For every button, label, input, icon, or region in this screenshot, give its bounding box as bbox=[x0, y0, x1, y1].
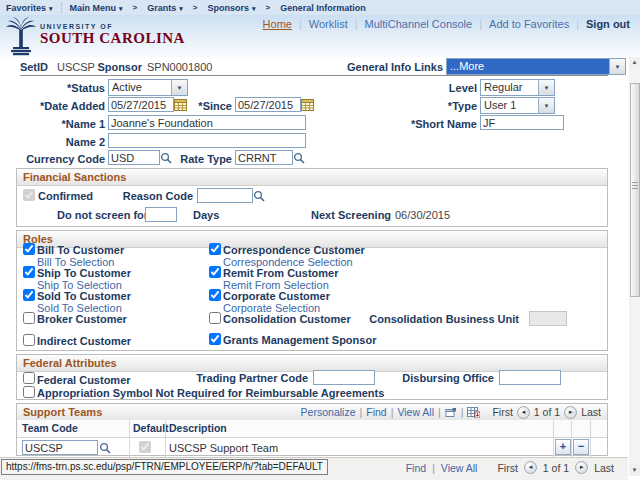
appropriation-symbol-label: Appropriation Symbol Not Required for Re… bbox=[37, 387, 384, 399]
dropdown-arrow-icon[interactable]: ▼ bbox=[609, 59, 625, 74]
appropriation-symbol-checkbox[interactable] bbox=[23, 386, 35, 398]
add-row-button[interactable]: + bbox=[555, 439, 571, 455]
home-link[interactable]: Home bbox=[263, 18, 292, 30]
default-checkbox[interactable] bbox=[139, 441, 151, 453]
disbursing-office-input[interactable] bbox=[499, 370, 561, 385]
team-code-input[interactable] bbox=[22, 440, 98, 455]
ship-to-customer-checkbox[interactable] bbox=[23, 266, 35, 278]
footer-pager-last: Last bbox=[594, 462, 614, 474]
federal-customer-checkbox[interactable] bbox=[23, 372, 35, 384]
find-link[interactable]: Find bbox=[366, 406, 386, 418]
footer-pager-first: First bbox=[497, 462, 517, 474]
pager-last-label: Last bbox=[581, 406, 601, 418]
remit-from-customer-checkbox[interactable] bbox=[209, 266, 221, 278]
grants-management-sponsor-checkbox[interactable] bbox=[209, 333, 221, 345]
consolidation-business-unit-label: Consolidation Business Unit bbox=[347, 313, 519, 325]
corporate-customer-checkbox[interactable] bbox=[209, 289, 221, 301]
consolidation-customer-checkbox[interactable] bbox=[209, 312, 221, 324]
lookup-icon[interactable] bbox=[99, 442, 111, 454]
pager-prev-button[interactable]: ◄ bbox=[517, 406, 530, 419]
download-grid-icon[interactable] bbox=[467, 406, 480, 418]
footer-find-link[interactable]: Find bbox=[406, 462, 426, 474]
lookup-icon[interactable] bbox=[293, 152, 305, 164]
worklist-link[interactable]: Worklist bbox=[309, 18, 348, 30]
consolidation-business-unit-input[interactable] bbox=[529, 311, 567, 326]
type-select[interactable]: User 1 ▼ bbox=[480, 97, 555, 114]
correspondence-customer-checkbox[interactable] bbox=[209, 243, 221, 255]
breadcrumb: Favorites▾ Main Menu▾ > Grants▾ > Sponso… bbox=[0, 0, 640, 16]
grid-divider bbox=[571, 420, 572, 457]
sign-out-button[interactable]: Sign out bbox=[586, 18, 630, 30]
scroll-down-icon[interactable]: ▼ bbox=[629, 465, 640, 476]
role-label: Ship To Customer bbox=[37, 267, 131, 279]
footer-pager-next-button[interactable]: ► bbox=[575, 461, 588, 474]
type-label: *Type bbox=[380, 100, 477, 112]
sold-to-customer-checkbox[interactable] bbox=[23, 289, 35, 301]
view-all-link[interactable]: View All bbox=[397, 406, 434, 418]
chevron-down-icon: ▾ bbox=[252, 5, 256, 12]
status-value: Active bbox=[109, 80, 171, 95]
currency-code-input[interactable] bbox=[108, 150, 160, 165]
name1-input[interactable] bbox=[108, 115, 306, 130]
breadcrumb-separator: > bbox=[189, 3, 202, 12]
breadcrumb-general-information[interactable]: General Information bbox=[274, 3, 372, 13]
header-links: Home | Worklist | MultiChannel Console |… bbox=[263, 18, 630, 30]
browser-status-url: https://fms-trn.ps.sc.edu/psp/FTRN/EMPLO… bbox=[1, 459, 328, 475]
indirect-customer-checkbox[interactable] bbox=[23, 334, 35, 346]
role-label: Correspondence Customer bbox=[223, 244, 365, 256]
personalize-link[interactable]: Personalize bbox=[301, 406, 356, 418]
level-select[interactable]: Regular ▼ bbox=[480, 79, 555, 96]
multichannel-console-link[interactable]: MultiChannel Console bbox=[365, 18, 473, 30]
reason-code-input[interactable] bbox=[197, 188, 253, 203]
dropdown-arrow-icon[interactable]: ▼ bbox=[538, 98, 554, 113]
zoom-grid-icon[interactable] bbox=[445, 407, 457, 418]
scroll-up-icon[interactable]: ▲ bbox=[629, 57, 640, 68]
pager-next-button[interactable]: ► bbox=[564, 406, 577, 419]
currency-code-label: Currency Code bbox=[0, 153, 105, 165]
footer-pager-prev-button[interactable]: ◄ bbox=[524, 461, 537, 474]
rate-type-input[interactable] bbox=[235, 150, 293, 165]
status-select[interactable]: Active ▼ bbox=[108, 79, 188, 96]
calendar-icon[interactable] bbox=[301, 98, 314, 111]
name2-input[interactable] bbox=[108, 133, 306, 148]
breadcrumb-main-menu[interactable]: Main Menu▾ bbox=[64, 3, 129, 13]
chevron-down-icon: ▾ bbox=[119, 5, 123, 12]
short-name-input[interactable] bbox=[480, 115, 564, 130]
delete-row-button[interactable]: − bbox=[573, 439, 589, 455]
days-label: Days bbox=[193, 209, 225, 221]
page-header: UNIVERSITY OF SOUTH CAROLINA Home | Work… bbox=[0, 15, 640, 57]
scrollbar-thumb[interactable] bbox=[630, 83, 640, 297]
footer-view-all-link[interactable]: View All bbox=[441, 462, 478, 474]
bill-to-customer-checkbox[interactable] bbox=[23, 243, 35, 255]
role-label: Consolidation Customer bbox=[223, 313, 351, 325]
grid-toolbar: Personalize| Find| View All| | First ◄ 1… bbox=[301, 404, 601, 420]
confirmed-checkbox[interactable] bbox=[23, 189, 35, 201]
grid-divider bbox=[129, 420, 130, 457]
col-description: Description bbox=[169, 422, 227, 434]
reason-code-label: Reason Code bbox=[117, 190, 193, 202]
footer-pager-count: 1 of 1 bbox=[543, 462, 569, 474]
link-separator: | bbox=[299, 18, 302, 30]
university-of-text: UNIVERSITY OF bbox=[40, 23, 185, 30]
dropdown-arrow-icon[interactable]: ▼ bbox=[538, 80, 554, 95]
trading-partner-code-label: Trading Partner Code bbox=[167, 372, 308, 384]
level-label: Level bbox=[380, 82, 477, 94]
role-label: Sold To Customer bbox=[37, 290, 131, 302]
general-info-links-select[interactable]: ...More ▼ bbox=[446, 58, 626, 75]
broker-customer-checkbox[interactable] bbox=[23, 312, 35, 324]
trading-partner-code-input[interactable] bbox=[313, 370, 375, 385]
divider bbox=[20, 75, 608, 76]
palmetto-tree-icon bbox=[4, 16, 38, 56]
lookup-icon[interactable] bbox=[253, 190, 265, 202]
breadcrumb-favorites[interactable]: Favorites▾ bbox=[0, 3, 59, 13]
add-to-favorites-link[interactable]: Add to Favorites bbox=[489, 18, 569, 30]
vertical-scrollbar[interactable]: ▲ ▼ bbox=[629, 57, 640, 476]
do-not-screen-input[interactable] bbox=[145, 207, 177, 222]
dropdown-arrow-icon[interactable]: ▼ bbox=[171, 80, 187, 95]
role-label: Bill To Customer bbox=[37, 244, 124, 256]
breadcrumb-grants[interactable]: Grants▾ bbox=[141, 3, 189, 13]
since-input[interactable] bbox=[235, 97, 301, 112]
role-label: Corporate Customer bbox=[223, 290, 330, 302]
breadcrumb-sponsors[interactable]: Sponsors▾ bbox=[201, 3, 261, 13]
next-screening-label: Next Screening bbox=[311, 209, 391, 221]
